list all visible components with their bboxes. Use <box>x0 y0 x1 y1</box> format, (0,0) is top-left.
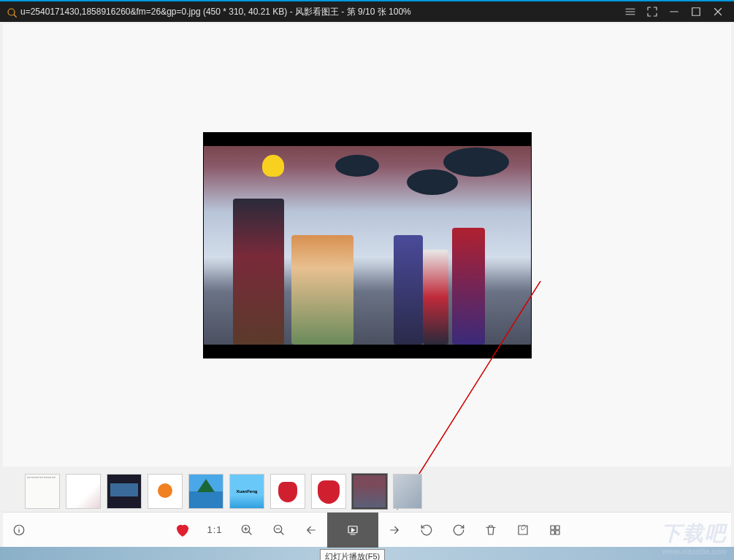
delete-button[interactable] <box>475 513 507 548</box>
watermark-url: www.xiazaiba.com <box>661 548 727 556</box>
slideshow-tooltip: 幻灯片播放(F5) <box>320 549 385 561</box>
svg-rect-10 <box>551 530 554 534</box>
svg-rect-9 <box>556 526 559 529</box>
close-button[interactable] <box>708 3 728 20</box>
svg-rect-1 <box>692 8 700 16</box>
favorite-button[interactable] <box>167 513 199 548</box>
thumbnail[interactable] <box>66 474 101 509</box>
grid-view-button[interactable] <box>539 513 571 548</box>
window-controls <box>620 3 728 20</box>
watermark: 下载吧 www.xiazaiba.com <box>661 520 727 556</box>
rotate-ccw-button[interactable] <box>410 513 443 548</box>
actual-size-button[interactable]: 1:1 <box>199 513 231 548</box>
maximize-button[interactable] <box>686 3 706 20</box>
menu-button[interactable] <box>620 3 641 20</box>
thumbnail[interactable] <box>311 474 346 509</box>
svg-rect-11 <box>556 530 559 534</box>
thumbnail[interactable] <box>107 474 142 509</box>
thumbnail[interactable]: XuanFeng <box>229 474 264 509</box>
rotate-cw-button[interactable] <box>443 513 475 548</box>
thumbnail[interactable] <box>270 474 305 509</box>
prev-image-button[interactable] <box>295 513 327 548</box>
title-position: 第 9/10 张 100% <box>347 7 411 17</box>
info-button[interactable] <box>3 513 35 548</box>
title-filename: u=2540171430,1858916260&fm=26&gp=0.jpg <box>20 7 201 17</box>
title-dimensions: (450 * 310, 40.21 KB) <box>203 7 287 17</box>
watermark-text: 下载吧 <box>661 522 727 545</box>
thumbnail[interactable] <box>188 474 223 509</box>
zoom-out-button[interactable] <box>263 513 295 548</box>
minimize-button[interactable] <box>664 3 684 20</box>
displayed-image <box>203 132 532 358</box>
app-logo-icon <box>6 7 16 17</box>
title-appname: 风影看图王 <box>295 7 339 17</box>
thumbnail-selected[interactable] <box>352 474 387 509</box>
edit-button[interactable] <box>507 513 539 548</box>
zoom-in-button[interactable] <box>231 513 263 548</box>
thumbnail[interactable]: text text text text text text text <box>25 474 60 509</box>
thumbnail[interactable] <box>393 474 422 509</box>
bottom-toolbar: 1:1 幻灯片播放(F5) <box>3 512 731 547</box>
svg-point-0 <box>8 9 15 15</box>
next-image-button[interactable] <box>378 513 410 548</box>
thumbnail-strip: text text text text text text text XuanF… <box>25 474 731 510</box>
svg-rect-8 <box>551 526 554 529</box>
image-canvas[interactable] <box>3 23 731 467</box>
thumbnail[interactable] <box>148 474 183 509</box>
fullscreen-button[interactable] <box>642 3 662 20</box>
slideshow-button[interactable]: 幻灯片播放(F5) <box>327 513 378 548</box>
window-title: u=2540171430,1858916260&fm=26&gp=0.jpg (… <box>20 6 620 18</box>
titlebar[interactable]: u=2540171430,1858916260&fm=26&gp=0.jpg (… <box>0 0 734 22</box>
